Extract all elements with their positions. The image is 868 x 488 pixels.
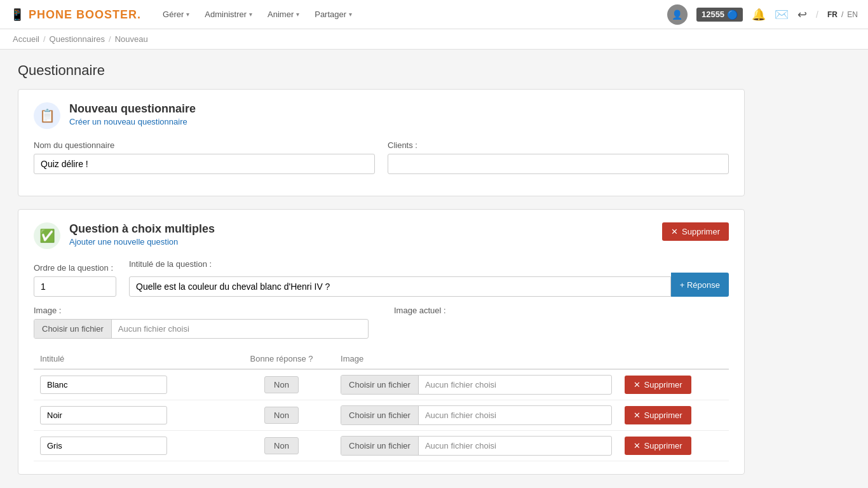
supprimer-answer-x-icon-1: ✕ xyxy=(634,410,641,420)
answer-bonne-reponse-cell: Non xyxy=(229,431,334,461)
nav-animer-caret: ▾ xyxy=(296,11,299,18)
lang-fr[interactable]: FR xyxy=(827,10,837,19)
image-file-button[interactable]: Choisir un fichier xyxy=(34,320,112,338)
answer-file-input-2: Choisir un fichier Aucun fichier choisi xyxy=(341,436,612,456)
clients-group: Clients : xyxy=(388,140,729,174)
credit-amount: 12555 xyxy=(702,10,724,19)
breadcrumb-accueil[interactable]: Accueil xyxy=(13,34,39,44)
th-image: Image xyxy=(334,349,618,369)
answer-intitule-cell xyxy=(34,369,229,400)
answer-file-name-2: Aucun fichier choisi xyxy=(419,437,611,455)
supprimer-answer-label-1: Supprimer xyxy=(644,410,682,420)
image-label: Image : xyxy=(34,306,369,315)
answer-file-button-2[interactable]: Choisir un fichier xyxy=(341,437,419,455)
ajouter-reponse-button[interactable]: + Réponse xyxy=(671,273,729,297)
supprimer-answer-label-0: Supprimer xyxy=(644,380,682,390)
ordre-input[interactable] xyxy=(34,276,116,297)
card-title: Nouveau questionnaire xyxy=(69,102,196,116)
answer-bonne-reponse-cell: Non xyxy=(229,400,334,431)
nom-label: Nom du questionnaire xyxy=(34,140,375,150)
answer-intitule-input-1[interactable] xyxy=(40,406,167,424)
image-actuel-group: Image actuel : xyxy=(394,306,729,339)
image-fields: Image : Choisir un fichier Aucun fichier… xyxy=(34,306,729,339)
ordre-label: Ordre de la question : xyxy=(34,263,116,273)
lang-slash: / xyxy=(841,10,843,19)
logo: 📱 PHONE BOOSTER. xyxy=(10,8,141,22)
supprimer-answer-label-2: Supprimer xyxy=(644,441,682,451)
card-header-text: Nouveau questionnaire Créer un nouveau q… xyxy=(69,102,196,126)
question-header-text: Question à choix multiples Ajouter une n… xyxy=(69,222,215,247)
logout-icon[interactable]: ↩ xyxy=(797,8,807,22)
answer-file-button-0[interactable]: Choisir un fichier xyxy=(341,376,419,394)
breadcrumb-nouveau[interactable]: Nouveau xyxy=(115,34,148,44)
nav-animer[interactable]: Animer ▾ xyxy=(261,7,306,22)
breadcrumb: Accueil / Questionnaires / Nouveau xyxy=(0,29,868,50)
th-bonne-reponse: Bonne réponse ? xyxy=(229,349,334,369)
supprimer-answer-button-1[interactable]: ✕ Supprimer xyxy=(625,406,691,424)
table-row: Non Choisir un fichier Aucun fichier cho… xyxy=(34,369,729,400)
supprimer-x-icon: ✕ xyxy=(671,227,678,236)
lang-separator: / xyxy=(816,10,818,20)
question-icon: ✅ xyxy=(34,222,60,249)
breadcrumb-questionnaires[interactable]: Questionnaires xyxy=(50,34,105,44)
answer-file-name-0: Aucun fichier choisi xyxy=(419,376,611,394)
nav-gerer[interactable]: Gérer ▾ xyxy=(156,7,196,22)
nav-partager-label: Partager xyxy=(315,10,346,19)
answer-actions-cell: ✕ Supprimer xyxy=(618,431,729,461)
question-header: ✅ Question à choix multiples Ajouter une… xyxy=(34,222,729,249)
answer-bonne-reponse-cell: Non xyxy=(229,369,334,400)
supprimer-answer-x-icon-0: ✕ xyxy=(634,380,641,390)
th-actions xyxy=(618,349,729,369)
bonne-reponse-button-2[interactable]: Non xyxy=(264,437,299,454)
ordre-group: Ordre de la question : xyxy=(34,263,116,297)
logo-phone: 📱 xyxy=(10,8,29,21)
supprimer-answer-button-2[interactable]: ✕ Supprimer xyxy=(625,437,691,455)
question-card: ✅ Question à choix multiples Ajouter une… xyxy=(18,209,745,475)
breadcrumb-sep-2: / xyxy=(109,34,111,44)
nav-administrer-label: Administrer xyxy=(205,10,247,19)
clients-input[interactable] xyxy=(388,154,729,174)
image-group: Image : Choisir un fichier Aucun fichier… xyxy=(34,306,369,339)
answer-file-button-1[interactable]: Choisir un fichier xyxy=(341,406,419,424)
supprimer-question-label: Supprimer xyxy=(682,227,720,236)
bonne-reponse-button-0[interactable]: Non xyxy=(264,376,299,393)
answers-table: Intitulé Bonne réponse ? Image Non Chois… xyxy=(34,349,729,461)
reponse-btn-label: + Réponse xyxy=(680,280,720,290)
table-header-row: Intitulé Bonne réponse ? Image xyxy=(34,349,729,369)
lang-en[interactable]: EN xyxy=(847,10,858,19)
questionnaire-form-row: Nom du questionnaire Clients : xyxy=(34,140,729,174)
intitule-input[interactable] xyxy=(129,276,671,297)
nouveau-questionnaire-card: 📋 Nouveau questionnaire Créer un nouveau… xyxy=(18,89,745,196)
nom-group: Nom du questionnaire xyxy=(34,140,375,174)
lang-links: FR / EN xyxy=(827,10,858,19)
avatar: 👤 xyxy=(667,4,688,25)
intitule-group: Intitulé de la question : + Réponse xyxy=(129,259,729,297)
nav-links: Gérer ▾ Administrer ▾ Animer ▾ Partager … xyxy=(156,7,358,22)
nav-animer-label: Animer xyxy=(268,10,294,19)
answer-image-cell: Choisir un fichier Aucun fichier choisi xyxy=(334,369,618,400)
table-row: Non Choisir un fichier Aucun fichier cho… xyxy=(34,431,729,461)
notification-icon[interactable]: 🔔 xyxy=(752,8,766,22)
question-card-title: Question à choix multiples xyxy=(69,222,215,236)
intitule-with-btn: + Réponse xyxy=(129,273,729,297)
supprimer-answer-button-0[interactable]: ✕ Supprimer xyxy=(625,376,691,394)
card-subtitle[interactable]: Créer un nouveau questionnaire xyxy=(69,117,196,126)
image-actuel-label: Image actuel : xyxy=(394,306,729,315)
questionnaire-icon: 📋 xyxy=(34,102,60,129)
nav-partager[interactable]: Partager ▾ xyxy=(308,7,358,22)
answer-image-cell: Choisir un fichier Aucun fichier choisi xyxy=(334,400,618,431)
main-content: Questionnaire 📋 Nouveau questionnaire Cr… xyxy=(0,50,763,488)
logo-text: PHONE BOOSTER. xyxy=(29,8,141,21)
mail-icon[interactable]: ✉️ xyxy=(775,8,789,22)
answer-file-name-1: Aucun fichier choisi xyxy=(419,406,611,424)
answer-intitule-cell xyxy=(34,431,229,461)
bonne-reponse-button-1[interactable]: Non xyxy=(264,407,299,424)
nav-administrer[interactable]: Administrer ▾ xyxy=(198,7,259,22)
answer-intitule-input-2[interactable] xyxy=(40,437,167,455)
answer-intitule-input-0[interactable] xyxy=(40,376,167,394)
nom-input[interactable] xyxy=(34,154,375,174)
navbar-left: 📱 PHONE BOOSTER. Gérer ▾ Administrer ▾ A… xyxy=(10,7,358,22)
question-card-subtitle[interactable]: Ajouter une nouvelle question xyxy=(69,237,215,247)
answers-tbody: Non Choisir un fichier Aucun fichier cho… xyxy=(34,369,729,461)
supprimer-question-button[interactable]: ✕ Supprimer xyxy=(662,222,729,241)
